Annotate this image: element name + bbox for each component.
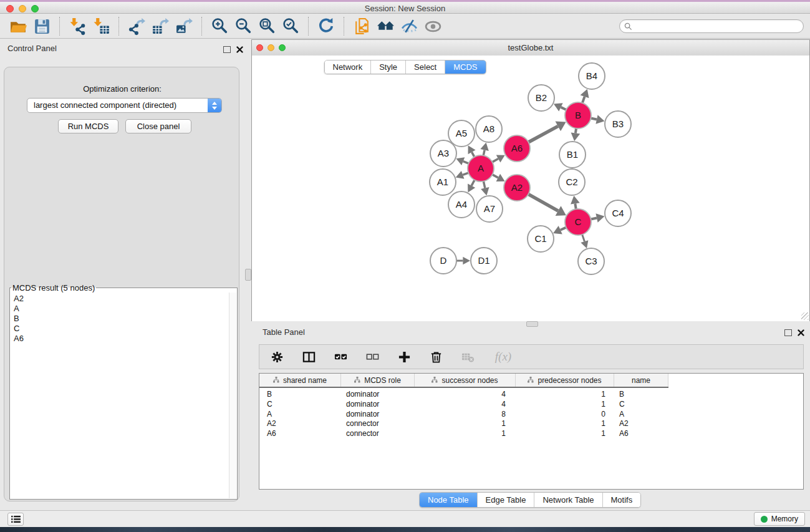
add-column-icon[interactable] [397, 349, 412, 364]
mcds-result-list[interactable]: A2ABCA6 [11, 293, 229, 498]
edge-C-C4[interactable] [591, 218, 597, 219]
column-header-successor-nodes[interactable]: successor nodes [415, 374, 516, 387]
mcds-result-item[interactable]: C [14, 324, 229, 334]
graph-node-label: B [575, 110, 581, 120]
cell-predecessor_nodes: 0 [516, 409, 614, 419]
home-icon[interactable] [375, 16, 396, 36]
edge-B-B4[interactable] [582, 97, 585, 103]
table-row[interactable]: A6connector11A6 [259, 428, 668, 438]
close-panel-icon[interactable] [236, 46, 243, 53]
zoom-selected-icon[interactable] [280, 16, 301, 36]
column-header-MCDS-role[interactable]: MCDS role [341, 374, 415, 387]
hierarchy-icon [432, 376, 438, 385]
edge-A-A8[interactable] [483, 150, 485, 155]
edge-A-A2[interactable] [493, 175, 498, 178]
cell-shared_name: A [259, 409, 341, 419]
edge-A-A4[interactable] [471, 180, 475, 186]
column-header-predecessor-nodes[interactable]: predecessor nodes [516, 374, 614, 387]
network-window-titlebar[interactable]: testGlobe.txt [252, 40, 809, 56]
mcds-result-item[interactable]: B [14, 314, 229, 324]
cell-name: A6 [614, 428, 668, 438]
search-field[interactable] [619, 19, 804, 33]
vertical-splitter-handle[interactable] [245, 269, 251, 281]
cell-mcds_role: dominator [341, 399, 415, 409]
column-view-icon[interactable] [301, 349, 316, 364]
graph-node-label: A5 [456, 128, 467, 138]
table-row[interactable]: Adominator80A [259, 409, 668, 419]
tab-mcds[interactable]: MCDS [445, 60, 485, 74]
zoom-fit-icon[interactable] [256, 16, 277, 36]
tab-network-table[interactable]: Network Table [534, 493, 602, 507]
edge-A6-B[interactable] [528, 126, 557, 142]
table-panel-controls [784, 329, 804, 336]
tab-select[interactable]: Select [405, 60, 445, 74]
export-network-icon[interactable] [126, 16, 147, 36]
function-icon: f(x) [492, 349, 514, 364]
table-panel-title: Table Panel [263, 327, 305, 337]
toolbar-separator [344, 17, 344, 36]
graph-node-label: A2 [511, 182, 523, 193]
import-network-icon[interactable] [67, 16, 88, 36]
float-table-panel-icon[interactable] [784, 329, 792, 336]
graph-node-label: C3 [585, 256, 597, 266]
network-canvas[interactable]: B4B2BB3B1A5A8A6A3AA1C2A4A7A2C4CC1C3DD1 [252, 56, 809, 321]
tab-network[interactable]: Network [324, 60, 370, 74]
hierarchy-icon [354, 376, 360, 385]
edge-B-B3[interactable] [591, 118, 597, 119]
mcds-list-scrollbar[interactable] [229, 293, 236, 498]
export-image-icon[interactable] [173, 16, 195, 36]
criterion-dropdown[interactable]: largest connected component (directed) [27, 98, 222, 113]
edge-A-A1[interactable] [463, 173, 468, 175]
table-row[interactable]: Cdominator41C [259, 399, 668, 409]
edge-B-B1[interactable] [576, 128, 576, 133]
horizontal-splitter-handle[interactable] [526, 321, 538, 327]
column-header-name[interactable]: name [614, 374, 668, 387]
zoom-out-icon[interactable] [233, 16, 254, 36]
tab-motifs[interactable]: Motifs [602, 493, 641, 507]
cell-predecessor_nodes: 1 [516, 418, 614, 428]
resize-grip-icon[interactable] [801, 312, 809, 320]
import-table-icon[interactable] [90, 16, 112, 36]
tab-edge-table[interactable]: Edge Table [477, 493, 534, 507]
show-panel-icon[interactable] [422, 16, 443, 36]
export-table-icon[interactable] [150, 16, 171, 36]
tab-node-table[interactable]: Node Table [420, 493, 477, 507]
edge-A-A7[interactable] [483, 181, 485, 188]
edge-A-A5[interactable] [472, 152, 475, 157]
edge-A2-C[interactable] [528, 194, 558, 211]
edge-A-A6[interactable] [492, 159, 498, 162]
search-input[interactable] [632, 22, 803, 31]
column-header-shared-name[interactable]: shared name [259, 374, 341, 387]
memory-button[interactable]: Memory [754, 512, 805, 526]
run-mcds-button[interactable]: Run MCDS [58, 119, 118, 133]
delete-column-icon[interactable] [428, 349, 443, 364]
network-file-icon[interactable] [351, 16, 372, 36]
table-row[interactable]: A2connector11A2 [259, 418, 668, 428]
cell-successor_nodes: 1 [415, 428, 516, 438]
float-panel-icon[interactable] [223, 46, 231, 53]
close-table-panel-icon[interactable] [798, 329, 804, 336]
open-file-icon[interactable] [7, 16, 29, 36]
node-table[interactable]: shared nameMCDS rolesuccessor nodesprede… [259, 373, 804, 490]
hide-panel-icon[interactable] [398, 16, 420, 36]
edge-B-B2[interactable] [561, 107, 566, 110]
mcds-result-item[interactable]: A [14, 304, 229, 314]
zoom-in-icon[interactable] [209, 16, 230, 36]
save-session-icon[interactable] [31, 16, 52, 36]
edge-C-C2[interactable] [575, 203, 576, 209]
refresh-icon[interactable] [316, 16, 337, 36]
task-history-button[interactable] [7, 513, 24, 526]
mcds-result-item[interactable]: A2 [14, 294, 229, 304]
memory-status-icon [761, 516, 768, 523]
tab-style[interactable]: Style [370, 60, 405, 74]
settings-gear-icon[interactable] [269, 349, 284, 364]
edge-C-C3[interactable] [582, 235, 585, 241]
edge-C-C1[interactable] [561, 228, 566, 230]
select-all-icon[interactable] [333, 349, 348, 364]
edge-A-A3[interactable] [463, 162, 469, 163]
cell-mcds_role: dominator [341, 409, 415, 419]
table-row[interactable]: Bdominator41B [259, 389, 668, 399]
mcds-result-item[interactable]: A6 [14, 334, 229, 344]
close-panel-button[interactable]: Close panel [125, 119, 191, 133]
deselect-all-icon[interactable] [365, 349, 380, 364]
